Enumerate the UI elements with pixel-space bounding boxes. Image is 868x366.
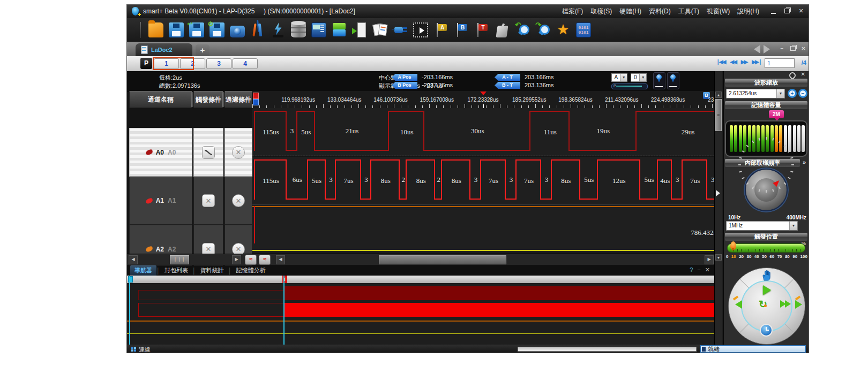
binary-view-icon[interactable]: 0101 0101 bbox=[576, 22, 591, 37]
menu-item-4[interactable]: 工具(T) bbox=[675, 6, 702, 17]
bottom-tab-3[interactable]: 記憶體分析 bbox=[232, 265, 270, 276]
menu-item-1[interactable]: 取樣(S) bbox=[587, 6, 615, 17]
probe-tool-icon[interactable]: ≈ bbox=[245, 255, 257, 265]
trigger-position-slider[interactable] bbox=[727, 243, 805, 253]
time-ruler[interactable]: B 119.968192us133.034464us146.100736us15… bbox=[252, 91, 714, 109]
bottom-tab-0[interactable]: 導航器 bbox=[130, 265, 156, 276]
save-file-icon[interactable] bbox=[169, 22, 184, 37]
header-trigger-condition[interactable]: 觸發條件 bbox=[193, 91, 223, 108]
screenshot-icon[interactable] bbox=[230, 26, 245, 37]
filter-condition-cell-a0[interactable]: ✕ bbox=[225, 128, 252, 177]
goto-b-pin-button[interactable] bbox=[667, 72, 679, 89]
panel-close-icon[interactable]: ✕ bbox=[801, 71, 805, 77]
step-forward-icon[interactable] bbox=[795, 300, 806, 309]
waveform-a1[interactable]: 115us6us5us37us38us28us28us37us37us38us5… bbox=[252, 157, 714, 205]
flag-t-icon[interactable]: T bbox=[474, 22, 489, 37]
page-menu-button[interactable]: P bbox=[140, 58, 152, 69]
waveform-a2[interactable]: 786.432ms bbox=[252, 205, 714, 253]
header-filter-condition[interactable]: 過濾條件 bbox=[225, 91, 252, 108]
flag-a-icon[interactable]: A bbox=[433, 22, 448, 37]
next-page-icon[interactable]: ▶▶ bbox=[741, 59, 747, 65]
left-scroll-arrow-icon[interactable]: ◀ bbox=[129, 255, 138, 264]
zoom-value-select[interactable]: 2.613254us ▼ bbox=[726, 89, 785, 98]
wave-right-scroll-arrow-icon[interactable]: ▶ bbox=[705, 255, 714, 264]
tab-scroll-left-icon[interactable] bbox=[750, 45, 760, 54]
a-t-chip[interactable]: A - T bbox=[495, 74, 520, 81]
connector-icon[interactable] bbox=[393, 22, 408, 37]
panel-collapse-handle[interactable] bbox=[716, 190, 723, 196]
menu-item-3[interactable]: 資料(D) bbox=[646, 6, 674, 17]
trigger-condition-cell-a0[interactable] bbox=[193, 128, 223, 177]
menu-item-6[interactable]: 說明(H) bbox=[734, 6, 762, 17]
bottom-tab-1[interactable]: 封包列表 bbox=[160, 265, 192, 276]
panel-close-button[interactable]: ✕ bbox=[705, 266, 710, 273]
column-resize-handle[interactable] bbox=[222, 92, 225, 107]
scroll-up-icon[interactable]: ▲ bbox=[715, 92, 722, 98]
bottom-tab-2[interactable]: 資料統計 bbox=[196, 265, 228, 276]
frequency-select[interactable]: 1MHz ▼ bbox=[726, 221, 798, 231]
page-number-input[interactable] bbox=[765, 58, 795, 68]
minimize-button[interactable] bbox=[768, 6, 779, 16]
zoom-out-button[interactable]: − bbox=[798, 89, 807, 98]
a-pos-chip[interactable]: A Pos bbox=[392, 74, 417, 81]
save-back-icon[interactable]: ↩ bbox=[189, 22, 204, 37]
doc-minimize-button[interactable]: − bbox=[778, 44, 786, 52]
filter-condition-cell-a1[interactable]: ✕ bbox=[225, 177, 252, 225]
search-back-icon[interactable]: ↶ bbox=[515, 22, 530, 37]
header-channel-name[interactable]: 通道名稱 bbox=[129, 91, 192, 108]
trigger-slider-pin[interactable] bbox=[730, 241, 736, 250]
memory-data-icon[interactable] bbox=[291, 22, 306, 37]
goto-a-pin-button[interactable] bbox=[653, 72, 665, 89]
probe-tool2-icon[interactable]: ≈ bbox=[259, 255, 271, 265]
menu-item-5[interactable]: 視窗(W) bbox=[704, 6, 733, 17]
compare-docs-icon[interactable] bbox=[372, 22, 387, 37]
waveform-a0[interactable]: 115us35us21us10us30us11us19us29us bbox=[252, 108, 714, 156]
help-button[interactable]: ? bbox=[690, 266, 693, 273]
settings-tools-icon[interactable] bbox=[250, 22, 265, 37]
tab-ladoc2[interactable]: LaDoc2 bbox=[136, 43, 192, 56]
add-tab-button[interactable]: + bbox=[196, 44, 209, 56]
zoom-in-button[interactable]: + bbox=[788, 89, 797, 98]
tab-scroll-right-icon[interactable] bbox=[764, 45, 774, 54]
nav-view-cursor-left[interactable] bbox=[129, 276, 130, 345]
step-back-icon[interactable] bbox=[731, 300, 742, 309]
right-scroll-arrow-icon[interactable]: ▶ bbox=[232, 255, 241, 264]
trigger-condition-cell-a1[interactable]: ✕ bbox=[193, 177, 223, 225]
scroll-down-icon[interactable]: ▼ bbox=[715, 254, 722, 261]
navigator-ruler[interactable]: T bbox=[127, 276, 714, 283]
trigger-edge-button[interactable] bbox=[202, 146, 215, 159]
menu-item-2[interactable]: 硬體(H) bbox=[616, 6, 645, 17]
filter-none-button[interactable]: ✕ bbox=[232, 194, 245, 207]
page-button-4[interactable]: 4 bbox=[233, 58, 258, 69]
memory-size-tag[interactable]: 2M bbox=[769, 110, 784, 118]
left-hscroll-thumb[interactable]: ❘❘❘ bbox=[170, 255, 189, 264]
eraser-icon[interactable] bbox=[496, 26, 508, 37]
navigator-overview[interactable] bbox=[127, 283, 714, 345]
doc-close-button[interactable]: ✕ bbox=[799, 44, 807, 52]
save-as-icon[interactable]: ⚙ bbox=[209, 22, 225, 37]
nav-view-cursor-right[interactable] bbox=[283, 276, 285, 345]
device-panel-icon[interactable] bbox=[311, 22, 326, 37]
clock-icon[interactable] bbox=[760, 324, 773, 337]
channel-name-cell-a0[interactable]: A0A0 bbox=[129, 128, 192, 177]
favorites-icon[interactable]: ★ bbox=[556, 22, 571, 37]
restore-button[interactable] bbox=[782, 6, 792, 16]
panel-minimize-button[interactable]: − bbox=[697, 266, 700, 273]
flag-b-icon[interactable]: B bbox=[454, 22, 469, 37]
quick-sample-icon[interactable] bbox=[271, 22, 286, 37]
a-cursor-pinned-icon[interactable] bbox=[253, 93, 259, 99]
trigger-none-button[interactable]: ✕ bbox=[202, 194, 215, 207]
video-icon[interactable] bbox=[413, 22, 428, 37]
filter-none-button[interactable]: ✕ bbox=[232, 146, 245, 159]
wave-hscroll-thumb[interactable] bbox=[379, 255, 506, 264]
doc-restore-button[interactable] bbox=[789, 44, 797, 52]
channel-name-cell-a1[interactable]: A1A1 bbox=[129, 177, 192, 225]
close-button[interactable]: ✕ bbox=[796, 6, 806, 16]
play-icon[interactable] bbox=[763, 285, 776, 295]
column-resize-handle[interactable] bbox=[191, 92, 193, 107]
wave-left-scroll-arrow-icon[interactable]: ◀ bbox=[276, 255, 285, 264]
search-forward-icon[interactable]: ↷ bbox=[535, 22, 550, 37]
index-select[interactable]: 0 ▼ bbox=[631, 73, 647, 82]
prev-page-icon[interactable]: ◀◀ bbox=[730, 59, 736, 65]
navigation-wheel[interactable]: ↻ bbox=[728, 268, 805, 345]
